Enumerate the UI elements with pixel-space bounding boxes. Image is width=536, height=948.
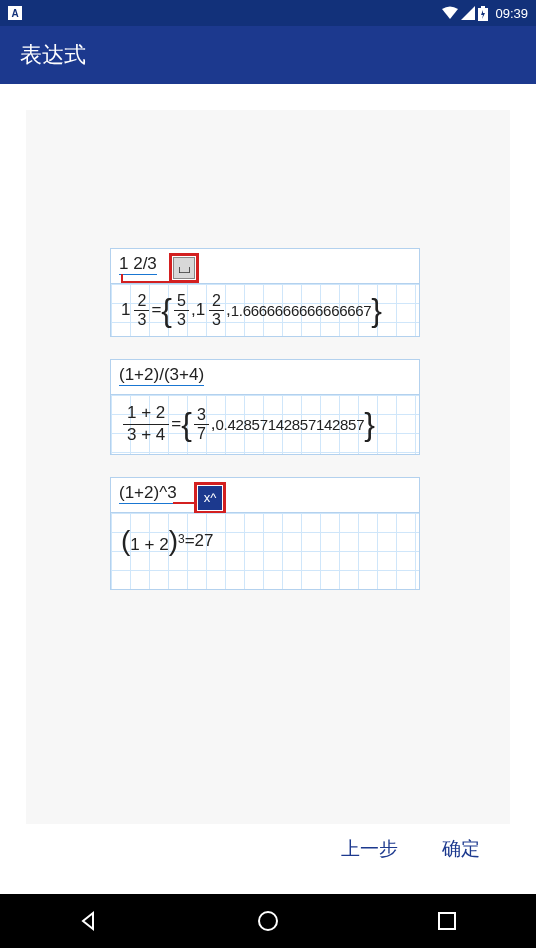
example-output-3: (1 + 2)3 = 27	[111, 513, 419, 589]
battery-charging-icon	[478, 6, 488, 21]
nav-home-button[interactable]	[254, 907, 282, 935]
connector	[121, 281, 169, 283]
navigation-bar	[0, 894, 536, 948]
rbrace-icon: }	[364, 408, 375, 440]
denominator: 7	[194, 425, 209, 443]
example-panel-3: (1+2)^3 x^ (1 + 2)3 = 27	[110, 477, 420, 590]
numerator: 1 + 2	[123, 403, 169, 425]
input-text-1: 1 2/3	[119, 254, 157, 275]
ok-button[interactable]: 确定	[442, 836, 480, 862]
svg-rect-1	[481, 6, 485, 8]
whole-part: 1	[196, 300, 205, 320]
exponent: 3	[178, 532, 185, 546]
power-key-icon: x^	[198, 486, 222, 510]
denominator: 3 + 4	[123, 425, 169, 446]
wifi-icon	[442, 6, 458, 20]
examples-container: 1 2/3 ⌴ 1 2 3	[110, 248, 420, 612]
lbrace-icon: {	[181, 408, 192, 440]
paren-expression: (1 + 2)3	[121, 527, 185, 555]
content-area: 1 2/3 ⌴ 1 2 3	[0, 84, 536, 894]
denominator: 3	[209, 311, 224, 329]
home-icon	[256, 909, 280, 933]
example-output-2: 1 + 2 3 + 4 = { 3 7 , 0.4285714285714285…	[111, 395, 419, 453]
numerator: 2	[134, 292, 149, 311]
back-icon	[78, 910, 100, 932]
example-input-3: (1+2)^3 x^	[111, 478, 419, 513]
app-bar: 表达式	[0, 26, 536, 84]
denominator: 3	[134, 311, 149, 329]
key-highlight-power: x^	[194, 482, 226, 514]
example-output-1: 1 2 3 = { 5 3	[111, 284, 419, 336]
base: 1 + 2	[130, 535, 168, 554]
space-key-icon: ⌴	[173, 257, 195, 279]
equals: =	[185, 531, 195, 551]
nav-recent-button[interactable]	[433, 907, 461, 935]
content-inner: 1 2/3 ⌴ 1 2 3	[26, 110, 510, 824]
example-panel-2: (1+2)/(3+4) 1 + 2 3 + 4 = { 3	[110, 359, 420, 454]
whole-part: 1	[121, 300, 130, 320]
svg-rect-3	[439, 913, 455, 929]
fraction: 1 + 2 3 + 4	[123, 403, 169, 445]
dialog-buttons: 上一步 确定	[26, 824, 510, 882]
app-title: 表达式	[20, 40, 86, 70]
lbrace-icon: {	[161, 294, 172, 326]
svg-point-2	[259, 912, 277, 930]
example-input-1: 1 2/3 ⌴	[111, 249, 419, 284]
decimal-value: 1.6666666666666667	[231, 302, 372, 319]
equals: =	[151, 300, 161, 320]
equals: =	[171, 414, 181, 434]
nav-back-button[interactable]	[75, 907, 103, 935]
input-text-2: (1+2)/(3+4)	[119, 365, 204, 386]
numerator: 3	[194, 406, 209, 425]
status-bar: A 09:39	[0, 0, 536, 26]
numerator: 2	[209, 292, 224, 311]
key-highlight-space: ⌴	[169, 253, 199, 283]
denominator: 3	[174, 311, 189, 329]
signal-icon	[461, 6, 475, 20]
app-indicator-icon: A	[8, 6, 22, 20]
recent-icon	[437, 911, 457, 931]
connector	[173, 502, 194, 504]
example-input-2: (1+2)/(3+4)	[111, 360, 419, 395]
example-panel-1: 1 2/3 ⌴ 1 2 3	[110, 248, 420, 337]
input-text-3: (1+2)^3	[119, 483, 177, 504]
decimal-value: 0.42857142857142857	[216, 416, 365, 433]
fraction: 5 3	[174, 292, 189, 328]
rbrace-icon: }	[371, 294, 382, 326]
result-value: 27	[195, 531, 214, 551]
status-time: 09:39	[495, 6, 528, 21]
mixed-fraction: 1 2 3	[121, 292, 151, 328]
numerator: 5	[174, 292, 189, 311]
fraction: 3 7	[194, 406, 209, 442]
mixed-fraction: 1 2 3	[196, 292, 226, 328]
previous-button[interactable]: 上一步	[341, 836, 398, 862]
